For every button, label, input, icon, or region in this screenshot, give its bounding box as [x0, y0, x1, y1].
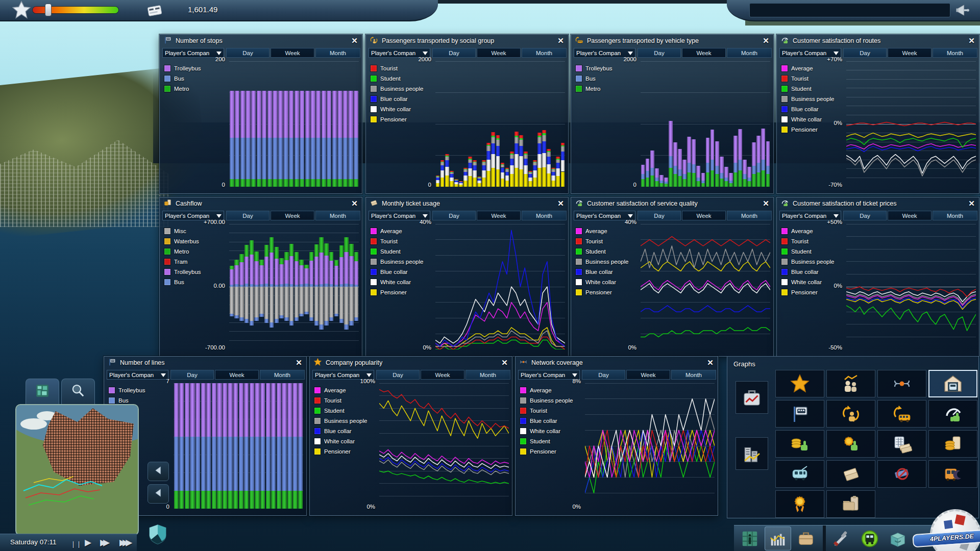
- tab-month[interactable]: Month: [671, 370, 716, 380]
- close-icon[interactable]: ✕: [295, 358, 303, 367]
- graphs-category-finances-graph[interactable]: [736, 381, 768, 414]
- tab-month[interactable]: Month: [727, 48, 772, 58]
- tab-month[interactable]: Month: [727, 211, 772, 220]
- tab-week[interactable]: Week: [888, 211, 932, 220]
- playback-pause-button[interactable]: ❘❘: [70, 538, 82, 550]
- graph-select-sun-thumbs[interactable]: [826, 430, 875, 458]
- graph-select-passengers-cycle[interactable]: [826, 400, 875, 428]
- legend-item: Blue collar: [520, 416, 573, 426]
- tab-day[interactable]: Day: [226, 211, 270, 220]
- tab-day[interactable]: Day: [170, 370, 214, 380]
- panel-title-bar[interactable]: Customer satisfaction of service quality: [571, 197, 773, 210]
- close-icon[interactable]: ✕: [350, 199, 359, 208]
- tab-month[interactable]: Month: [522, 48, 567, 58]
- minimap[interactable]: [15, 404, 139, 536]
- minimap-search-tab[interactable]: [61, 379, 95, 404]
- graph-select-bus-stop[interactable]: [775, 400, 824, 428]
- toolbar-archive-box-button[interactable]: [885, 527, 911, 550]
- tab-day[interactable]: Day: [582, 370, 625, 380]
- panel-title-bar[interactable]: Number of stops: [160, 35, 362, 47]
- graph-select-star[interactable]: [775, 370, 824, 397]
- graph-select-coins-thumbs[interactable]: [775, 430, 824, 458]
- company-shield-icon[interactable]: [146, 522, 169, 548]
- tab-day[interactable]: Day: [432, 211, 476, 220]
- tab-week[interactable]: Week: [682, 211, 726, 220]
- close-icon[interactable]: ✕: [967, 199, 976, 208]
- tab-week[interactable]: Week: [477, 48, 521, 58]
- playback-fast-button[interactable]: ▶▶: [100, 537, 106, 549]
- approval-slider[interactable]: [33, 7, 118, 13]
- tab-month[interactable]: Month: [933, 211, 977, 220]
- graph-select-bus-night[interactable]: [928, 460, 977, 488]
- reputation-star-icon[interactable]: [12, 1, 32, 20]
- tab-month[interactable]: Month: [465, 370, 510, 380]
- graphs-category-city-graph[interactable]: [736, 437, 768, 470]
- megaphone-icon[interactable]: [954, 2, 972, 21]
- panel-title-bar[interactable]: Customer satisfaction of ticket prices: [777, 197, 979, 210]
- toolbar-bus-circle-button[interactable]: [857, 527, 883, 550]
- tab-month[interactable]: Month: [315, 211, 360, 220]
- minimap-map-tab[interactable]: [26, 379, 59, 404]
- close-icon[interactable]: ✕: [706, 358, 715, 367]
- playback-play-button[interactable]: ▶: [85, 537, 88, 549]
- graph-select-tram[interactable]: [775, 460, 824, 488]
- y-axis-min: 0%: [516, 504, 581, 510]
- tab-month[interactable]: Month: [522, 211, 567, 220]
- panel-title-bar[interactable]: Cashflow: [160, 197, 362, 210]
- legend-item: Average: [781, 226, 834, 236]
- toolbar-suitcase-button[interactable]: [793, 527, 819, 550]
- toolbar-bar-graph-button[interactable]: [765, 527, 791, 550]
- graph-select-rosette[interactable]: [775, 490, 824, 518]
- panel-title-bar[interactable]: Passengers transported by social group: [366, 35, 568, 47]
- tab-day[interactable]: Day: [432, 48, 476, 58]
- graph-select-depot[interactable]: [928, 370, 977, 397]
- close-icon[interactable]: ✕: [762, 36, 770, 45]
- tab-day[interactable]: Day: [843, 48, 887, 58]
- close-icon[interactable]: ✕: [556, 36, 565, 45]
- graph-select-vehicles-cycle[interactable]: [877, 400, 926, 428]
- tab-day[interactable]: Day: [638, 48, 681, 58]
- tab-week[interactable]: Week: [271, 48, 314, 58]
- close-icon[interactable]: ✕: [762, 199, 770, 208]
- panel-title-bar[interactable]: Company popularity: [310, 357, 512, 369]
- legend-label: White collar: [585, 279, 616, 285]
- legend-swatch: [164, 76, 170, 82]
- tab-week[interactable]: Week: [626, 370, 670, 380]
- graph-select-satisfaction-gauge[interactable]: [928, 400, 977, 428]
- tab-month[interactable]: Month: [260, 370, 305, 380]
- toolbar-info-map-button[interactable]: [737, 527, 763, 550]
- tab-week[interactable]: Week: [888, 48, 932, 58]
- toolbar-tools-button[interactable]: [829, 527, 854, 550]
- panel-title-bar[interactable]: Passengers transported by vehicle type: [571, 35, 773, 47]
- tab-day[interactable]: Day: [843, 211, 887, 220]
- tab-week[interactable]: Week: [477, 211, 521, 220]
- graph-select-folder-clipboard[interactable]: [826, 490, 875, 518]
- panel-title-bar[interactable]: Number of lines: [104, 357, 306, 369]
- close-icon[interactable]: ✕: [967, 36, 976, 45]
- tab-month[interactable]: Month: [315, 48, 360, 58]
- panel-title-bar[interactable]: Monthly ticket usage: [366, 197, 568, 210]
- graph-select-ticket-calculator[interactable]: [877, 430, 926, 458]
- close-icon[interactable]: ✕: [556, 199, 565, 208]
- graph-select-network-coverage[interactable]: [877, 370, 926, 397]
- close-icon[interactable]: ✕: [500, 358, 509, 367]
- tab-week[interactable]: Week: [271, 211, 314, 220]
- minimap-layer-down-button[interactable]: [148, 484, 169, 504]
- minimap-layer-up-button[interactable]: [148, 462, 169, 481]
- panel-title-bar[interactable]: Customer satisfaction of routes: [777, 35, 979, 47]
- tab-day[interactable]: Day: [376, 370, 420, 380]
- tab-week[interactable]: Week: [682, 48, 726, 58]
- graph-select-tickets[interactable]: [826, 460, 875, 488]
- playback-fastest-button[interactable]: ▶▶▶: [119, 537, 129, 549]
- tab-week[interactable]: Week: [421, 370, 464, 380]
- tab-week[interactable]: Week: [215, 370, 259, 380]
- graph-select-coins-note[interactable]: [928, 430, 977, 458]
- graph-select-tickets-no[interactable]: [877, 460, 926, 488]
- tab-month[interactable]: Month: [933, 48, 977, 58]
- panel-title-bar[interactable]: Network coverage: [516, 357, 718, 369]
- approval-slider-handle[interactable]: [45, 4, 51, 16]
- tab-day[interactable]: Day: [226, 48, 270, 58]
- tab-day[interactable]: Day: [638, 211, 681, 220]
- close-icon[interactable]: ✕: [350, 36, 359, 45]
- graph-select-passengers-graph[interactable]: [826, 370, 875, 397]
